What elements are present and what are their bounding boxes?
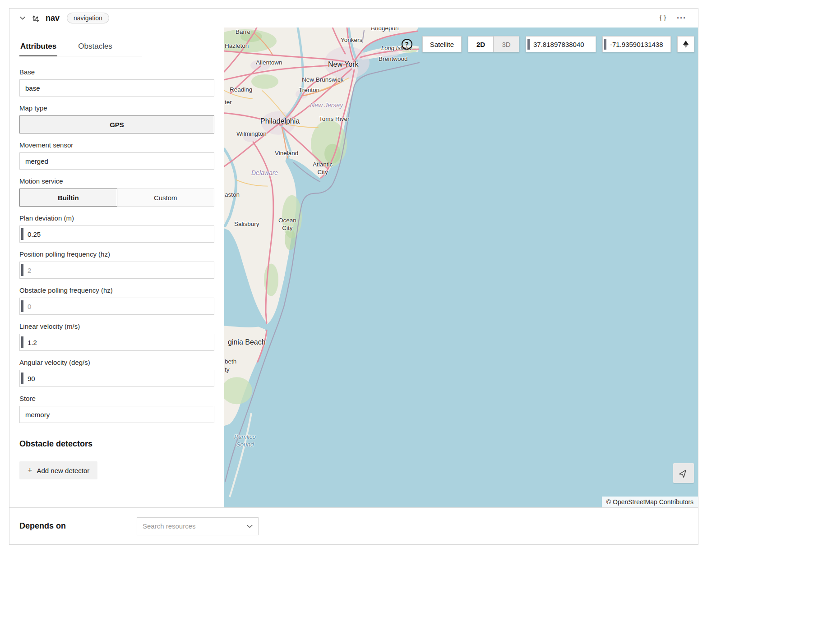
map-type-field: Map type GPS (19, 104, 214, 133)
plan-deviation-input[interactable] (23, 226, 214, 242)
sort-arrows-icon[interactable] (677, 36, 694, 52)
depends-on-select[interactable]: Search resources (137, 517, 259, 535)
movement-sensor-field: Movement sensor (19, 141, 214, 170)
mode-3d-button[interactable]: 3D (494, 36, 519, 52)
angular-velocity-label: Angular velocity (deg/s) (19, 359, 214, 366)
longitude-input[interactable] (606, 37, 670, 52)
angular-velocity-input[interactable] (23, 370, 214, 386)
ellipsis-menu-icon[interactable]: ··· (674, 13, 689, 24)
tab-obstacles[interactable]: Obstacles (77, 38, 113, 56)
motion-service-custom-button[interactable]: Custom (117, 189, 215, 207)
depends-on-heading: Depends on (19, 521, 137, 531)
movement-sensor-input[interactable] (19, 152, 214, 170)
position-polling-field: Position polling frequency (hz) (19, 250, 214, 279)
position-polling-input[interactable] (23, 262, 214, 278)
map-controls: ? Satellite 2D 3D (402, 36, 694, 52)
map-attribution: © OpenStreetMap Contributors (602, 497, 698, 507)
add-detector-label: Add new detector (37, 467, 90, 474)
plan-deviation-label: Plan deviation (m) (19, 214, 214, 222)
nav-service-card: nav navigation {} ··· Attributes Obstacl… (9, 8, 698, 545)
motion-service-segmented: Builtin Custom (19, 189, 214, 207)
obstacle-polling-input[interactable] (23, 298, 214, 314)
latitude-field (526, 36, 596, 52)
add-detector-button[interactable]: + Add new detector (19, 461, 97, 479)
arrow-down-icon (684, 45, 688, 48)
obstacle-polling-label: Obstacle polling frequency (hz) (19, 286, 214, 294)
chevron-down-icon (247, 524, 253, 528)
plan-deviation-field: Plan deviation (m) (19, 214, 214, 243)
map-mode-toggle: 2D 3D (468, 36, 519, 52)
map-type-gps-button[interactable]: GPS (19, 115, 214, 133)
help-icon[interactable]: ? (402, 39, 412, 50)
service-type-badge: navigation (67, 13, 109, 23)
motion-service-label: Motion service (19, 177, 214, 185)
obstacle-detectors-heading: Obstacle detectors (19, 439, 214, 449)
navigation-service-icon (31, 13, 41, 23)
code-braces-icon[interactable]: {} (656, 14, 670, 23)
base-input[interactable] (19, 79, 214, 97)
map[interactable]: BarreHazletonYonkersBridgeportNew YorkLo… (224, 28, 698, 507)
send-location-button[interactable] (673, 463, 694, 483)
tab-bar: Attributes Obstacles (19, 38, 142, 56)
map-type-label: Map type (19, 104, 214, 112)
search-resources-placeholder: Search resources (143, 522, 196, 530)
plus-icon: + (28, 466, 32, 474)
base-label: Base (19, 68, 214, 76)
linear-velocity-input[interactable] (23, 334, 214, 350)
store-input[interactable] (19, 406, 214, 423)
store-label: Store (19, 395, 214, 402)
linear-velocity-label: Linear velocity (m/s) (19, 322, 214, 330)
card-footer: Depends on Search resources (9, 507, 698, 544)
page-title: nav (46, 14, 60, 23)
store-field: Store (19, 395, 214, 423)
position-polling-label: Position polling frequency (hz) (19, 250, 214, 258)
base-field: Base (19, 68, 214, 97)
linear-velocity-field: Linear velocity (m/s) (19, 322, 214, 351)
angular-velocity-field: Angular velocity (deg/s) (19, 359, 214, 387)
card-header: nav navigation {} ··· (9, 9, 698, 28)
motion-service-builtin-button[interactable]: Builtin (19, 189, 117, 207)
mode-2d-button[interactable]: 2D (468, 36, 494, 52)
card-body: Attributes Obstacles Base Map type GPS M… (9, 28, 698, 507)
movement-sensor-label: Movement sensor (19, 141, 214, 149)
motion-service-field: Motion service Builtin Custom (19, 177, 214, 207)
tab-attributes[interactable]: Attributes (19, 38, 57, 56)
send-icon (679, 468, 689, 478)
attributes-panel: Attributes Obstacles Base Map type GPS M… (9, 28, 224, 507)
satellite-button[interactable]: Satellite (422, 36, 462, 52)
obstacle-polling-field: Obstacle polling frequency (hz) (19, 286, 214, 315)
arrow-up-icon (683, 41, 689, 45)
collapse-chevron-icon[interactable] (18, 14, 27, 22)
latitude-input[interactable] (530, 37, 596, 52)
map-canvas[interactable] (224, 28, 698, 507)
longitude-field (602, 36, 671, 52)
